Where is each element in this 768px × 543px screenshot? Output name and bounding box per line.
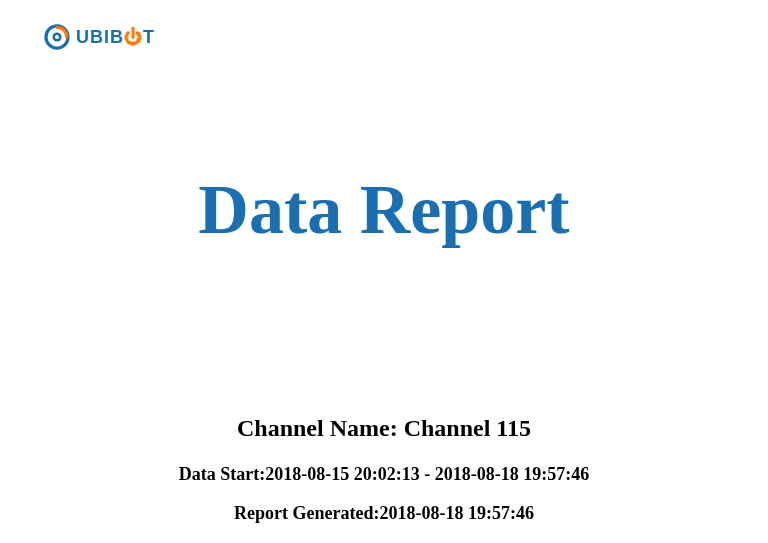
ubibot-logo-icon bbox=[44, 24, 70, 50]
channel-name-value: Channel 115 bbox=[404, 415, 531, 441]
brand-name-prefix: UBIB bbox=[76, 27, 124, 47]
report-generated-label: Report Generated: bbox=[234, 503, 379, 523]
data-range-row: Data Start:2018-08-15 20:02:13 - 2018-08… bbox=[0, 464, 768, 485]
channel-name-label: Channel Name: bbox=[237, 415, 404, 441]
brand-logo: UBIB⏻T bbox=[44, 24, 155, 50]
report-meta: Channel Name: Channel 115 Data Start:201… bbox=[0, 415, 768, 542]
data-range-value: 2018-08-15 20:02:13 - 2018-08-18 19:57:4… bbox=[265, 464, 589, 484]
page: UBIB⏻T Data Report Channel Name: Channel… bbox=[0, 0, 768, 543]
data-range-label: Data Start: bbox=[179, 464, 265, 484]
report-generated-value: 2018-08-18 19:57:46 bbox=[379, 503, 533, 523]
report-generated-row: Report Generated:2018-08-18 19:57:46 bbox=[0, 503, 768, 524]
brand-power-icon: ⏻ bbox=[124, 27, 143, 47]
brand-name: UBIB⏻T bbox=[76, 27, 155, 48]
svg-point-2 bbox=[55, 35, 59, 39]
report-title: Data Report bbox=[0, 170, 768, 250]
brand-name-suffix: T bbox=[143, 27, 155, 47]
channel-name-row: Channel Name: Channel 115 bbox=[0, 415, 768, 442]
